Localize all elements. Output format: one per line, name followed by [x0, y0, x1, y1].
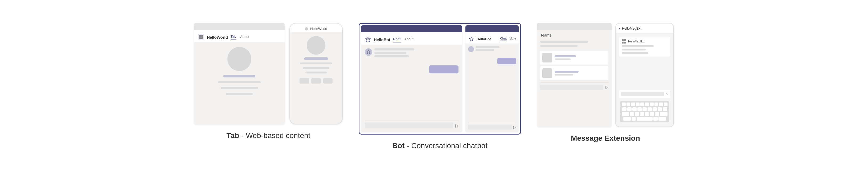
msgext-mobile-input[interactable] — [621, 92, 664, 96]
msgext-windows: Teams — [537, 23, 674, 127]
grid-icon — [199, 35, 203, 39]
msgext-input[interactable] — [540, 84, 603, 90]
main-container: HelloWorld Tab About — [0, 18, 868, 155]
key-11 — [622, 107, 626, 111]
bot-appname: HelloBot — [374, 38, 390, 42]
keyboard-row-2 — [622, 107, 668, 111]
bot-chat-line-3 — [374, 55, 409, 57]
tab-app-logo — [198, 34, 204, 40]
keyboard-row-1 — [622, 102, 668, 106]
tab-desktop-header: HelloWorld Tab About — [194, 30, 285, 42]
chevron-left-icon[interactable]: ‹ — [619, 26, 620, 30]
tab-mobile-bar-3 — [303, 67, 329, 69]
bot-windows: HelloBot Chat About — [361, 25, 519, 132]
bot-input-bar: ▷ — [365, 120, 459, 128]
tab-mobile-action-1 — [300, 78, 309, 83]
key-16 — [648, 107, 652, 111]
bot-desktop-header: HelloBot Chat About — [361, 32, 462, 45]
bot-mobile-line-2 — [475, 49, 494, 51]
msgext-mobile-send-icon[interactable]: ▷ — [665, 92, 668, 96]
tab-mobile-appname: HelloWorld — [310, 27, 327, 31]
key-5 — [640, 102, 644, 106]
msgext-section: Teams — [537, 23, 674, 143]
tab-desktop-window: HelloWorld Tab About — [194, 23, 285, 124]
user-reply — [365, 66, 459, 73]
bot-mobile-nav-more[interactable]: More — [509, 37, 516, 41]
key-7 — [650, 102, 654, 106]
tab-mobile-avatar — [307, 36, 326, 55]
msgext-item-line-1b — [555, 58, 570, 60]
key-21 — [635, 112, 639, 116]
key-13 — [632, 107, 637, 111]
tab-nav-about[interactable]: About — [240, 35, 249, 40]
mobile-status-dot — [305, 27, 308, 30]
bot-mobile-nav-chat[interactable]: Chat — [500, 37, 506, 41]
tab-label: Tab - Web-based content — [226, 131, 310, 140]
bot-mobile-titlebar — [465, 25, 519, 32]
tab-desktop-body — [194, 42, 285, 100]
key-22 — [640, 112, 644, 116]
bot-desktop-body: ▷ — [361, 45, 462, 132]
bot-mobile-nav: Chat More — [500, 37, 516, 41]
tab-mobile-header: HelloWorld — [290, 24, 342, 32]
key-6 — [645, 102, 649, 106]
tab-bar-3 — [221, 87, 258, 89]
msgext-mobile-header: ‹ HelloMsgExt — [616, 24, 673, 33]
bot-highlight-border: HelloBot Chat About — [359, 23, 521, 134]
msgext-mobile-card-header: HelloMsgExt — [622, 39, 668, 44]
bot-label-rest: - Conversational chatbot — [405, 142, 488, 150]
msgext-mobile-appname-label: HelloMsgExt — [628, 40, 645, 43]
bot-mobile-chat-1 — [468, 46, 516, 52]
key-8 — [654, 102, 658, 106]
bot-chat-line-1 — [374, 48, 414, 50]
bot-mobile-input-bar: ▷ — [468, 123, 516, 129]
msgext-item-line-2a — [555, 71, 579, 73]
chat-bubble-bot-1 — [365, 48, 459, 57]
msgext-mobile-body: HelloMsgExt ▷ — [616, 33, 673, 127]
tab-mobile-window: HelloWorld — [289, 23, 343, 124]
key-10 — [664, 102, 668, 106]
key-shift — [622, 112, 629, 116]
tab-nav-tab[interactable]: Tab — [230, 34, 237, 40]
tab-bar-2 — [218, 81, 261, 83]
msgext-titlebar — [537, 23, 612, 30]
bot-mobile-avatar — [468, 46, 474, 52]
msgext-send-icon[interactable]: ▷ — [606, 85, 609, 90]
bot-chat-lines-1 — [374, 48, 414, 57]
msgext-mobile-window: ‹ HelloMsgExt HelloMsgExt — [615, 23, 674, 127]
key-9 — [659, 102, 663, 106]
send-icon[interactable]: ▷ — [455, 123, 459, 128]
key-4 — [636, 102, 640, 106]
bot-mobile-input[interactable] — [468, 125, 512, 129]
tab-nav: Tab About — [230, 34, 249, 40]
key-24 — [650, 112, 654, 116]
tab-mobile-actions — [300, 78, 333, 83]
key-return — [658, 117, 666, 121]
bot-nav-about[interactable]: About — [404, 37, 413, 42]
bot-avatar — [365, 48, 372, 56]
msgext-thumb-1 — [542, 53, 552, 63]
bot-mobile-user-bubble — [497, 58, 516, 64]
msgext-mobile-card: HelloMsgExt — [619, 36, 670, 57]
tab-desktop-titlebar — [194, 23, 285, 30]
bot-label: Bot - Conversational chatbot — [392, 142, 488, 150]
tab-label-bold: Tab — [226, 131, 239, 140]
bot-input-field[interactable] — [365, 123, 453, 128]
tab-mobile-body — [290, 32, 342, 87]
key-25 — [655, 112, 659, 116]
bot-mobile-line-1 — [475, 46, 499, 48]
msgext-mobile-card-line-3 — [622, 52, 648, 54]
msgext-label-bold: Message Extension — [571, 134, 640, 142]
tab-mobile-action-2 — [311, 78, 321, 83]
msgext-mobile-card-line-2 — [622, 49, 646, 50]
bot-desktop-titlebar — [361, 25, 462, 32]
keyboard-mock — [620, 101, 669, 122]
msgext-desktop-window: Teams — [537, 23, 612, 127]
tab-mobile-bar-1 — [304, 57, 328, 60]
msgext-list-item-1 — [540, 51, 609, 65]
bot-label-bold: Bot — [392, 142, 405, 150]
keyboard-row-3 — [622, 112, 668, 116]
bot-nav-chat[interactable]: Chat — [393, 37, 401, 43]
bot-mobile-send-icon[interactable]: ▷ — [513, 125, 516, 129]
key-1 — [622, 102, 626, 106]
